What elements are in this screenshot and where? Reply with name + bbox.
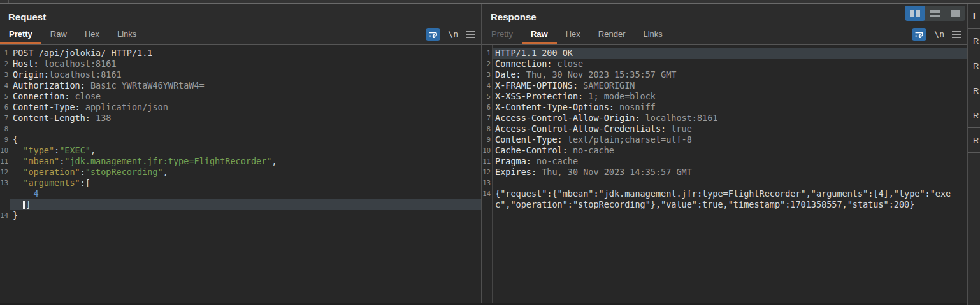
line-content: HTTP/1.1 200 OK	[492, 48, 967, 59]
tab-pretty[interactable]: Pretty	[482, 24, 522, 44]
line-number: 13	[0, 178, 8, 188]
line-content: Pragma: no-cache	[492, 156, 967, 167]
tab-render[interactable]: Render	[589, 24, 635, 44]
tab-hex[interactable]: Hex	[557, 24, 589, 44]
code-line[interactable]: 4Authorization: Basic YWRtaW46YWRtaW4=	[0, 80, 481, 91]
code-line[interactable]: 6X-Content-Type-Options: nosniff	[482, 102, 967, 113]
line-content: "arguments":[	[10, 178, 481, 188]
code-line[interactable]: 13	[482, 178, 967, 188]
tab-links[interactable]: Links	[634, 24, 671, 44]
code-line[interactable]: ]	[0, 199, 481, 210]
line-number: 4	[0, 80, 8, 91]
line-number: 3	[482, 69, 491, 80]
line-number: 6	[0, 102, 8, 113]
editor-menu-button[interactable]	[952, 31, 961, 38]
code-line[interactable]: 14}	[0, 210, 481, 221]
line-content: Content-Length: 138	[10, 113, 481, 124]
code-line[interactable]: 13 "arguments":[	[0, 178, 481, 188]
line-content: "mbean":"jdk.management.jfr:type=FlightR…	[10, 156, 481, 167]
inspector-section[interactable]: R	[968, 78, 980, 103]
code-line[interactable]: 10Cache-Control: no-cache	[482, 145, 967, 156]
word-wrap-toggle-button[interactable]	[426, 28, 440, 41]
code-line[interactable]: 2Host: localhost:8161	[0, 59, 481, 69]
line-content: X-XSS-Protection: 1; mode=block	[492, 91, 967, 102]
code-line[interactable]: 10 "type":"EXEC",	[0, 145, 481, 156]
line-number: 10	[482, 145, 491, 156]
line-content	[492, 178, 967, 188]
show-newlines-toggle[interactable]: \n	[448, 29, 458, 39]
line-content: }	[10, 210, 481, 221]
line-number: 11	[0, 156, 8, 167]
line-content: X-Content-Type-Options: nosniff	[492, 102, 967, 113]
inspector-header[interactable]: I	[968, 4, 980, 29]
code-line[interactable]: 11 "mbean":"jdk.management.jfr:type=Flig…	[0, 156, 481, 167]
line-content: {"request":{"mbean":"jdk.management.jfr:…	[492, 188, 967, 210]
code-line[interactable]: 4X-FRAME-OPTIONS: SAMEORIGIN	[482, 80, 967, 91]
inspector-section[interactable]: R	[968, 128, 980, 153]
inspector-section[interactable]: R	[968, 53, 980, 78]
tab-raw[interactable]: Raw	[41, 24, 76, 44]
line-number: 7	[0, 113, 8, 124]
code-line[interactable]: 9Content-Type: text/plain;charset=utf-8	[482, 134, 967, 145]
tab-pretty[interactable]: Pretty	[0, 24, 41, 44]
response-editor[interactable]: 1HTTP/1.1 200 OK2Connection: close3Date:…	[482, 45, 967, 305]
line-content: X-FRAME-OPTIONS: SAMEORIGIN	[492, 80, 967, 91]
editor-menu-button[interactable]	[466, 31, 475, 38]
line-content: Expires: Thu, 30 Nov 2023 14:35:57 GMT	[492, 167, 967, 178]
tab-raw[interactable]: Raw	[522, 24, 557, 44]
code-line[interactable]: 14{"request":{"mbean":"jdk.management.jf…	[482, 188, 967, 210]
code-line[interactable]: 1POST /api/jolokia/ HTTP/1.1	[0, 48, 481, 59]
gutter-separator	[492, 45, 493, 305]
code-line[interactable]: 8	[0, 124, 481, 134]
line-number: 9	[482, 134, 491, 145]
line-content: 4	[10, 188, 481, 199]
response-pane: Response PrettyRawHexRenderLinks \n 1HTT…	[482, 4, 967, 305]
word-wrap-icon	[428, 30, 438, 39]
code-line[interactable]: 3Origin:localhost:8161	[0, 69, 481, 80]
code-line[interactable]: 6Content-Type: application/json	[0, 102, 481, 113]
inspector-strip: IRRRRR	[968, 4, 980, 305]
line-number: 3	[0, 69, 8, 80]
code-line[interactable]: 7Content-Length: 138	[0, 113, 481, 124]
code-line[interactable]: 5X-XSS-Protection: 1; mode=block	[482, 91, 967, 102]
line-content: Connection: close	[10, 91, 481, 102]
line-number: 10	[0, 145, 8, 156]
line-content: ]	[10, 199, 481, 210]
code-line[interactable]: 4	[0, 188, 481, 199]
code-line[interactable]: 5Connection: close	[0, 91, 481, 102]
pane-divider[interactable]	[481, 4, 482, 305]
code-line[interactable]: 3Date: Thu, 30 Nov 2023 15:35:57 GMT	[482, 69, 967, 80]
word-wrap-toggle-button[interactable]	[912, 28, 926, 41]
line-content: Access-Control-Allow-Origin: localhost:8…	[492, 113, 967, 124]
two-columns-icon	[910, 10, 914, 17]
code-line[interactable]: 1HTTP/1.1 200 OK	[482, 48, 967, 59]
code-line[interactable]: 12 "operation":"stopRecording",	[0, 167, 481, 178]
line-content: Date: Thu, 30 Nov 2023 15:35:57 GMT	[492, 69, 967, 80]
line-content: Access-Control-Allow-Credentials: true	[492, 124, 967, 134]
request-pane-title: Request	[8, 11, 46, 22]
line-number: 8	[482, 124, 491, 134]
text-caret	[23, 201, 25, 209]
code-line[interactable]: 12Expires: Thu, 30 Nov 2023 14:35:57 GMT	[482, 167, 967, 178]
code-line[interactable]: 7Access-Control-Allow-Origin: localhost:…	[482, 113, 967, 124]
line-content: Content-Type: text/plain;charset=utf-8	[492, 134, 967, 145]
split-rows-view-button[interactable]	[925, 6, 946, 21]
line-content: "operation":"stopRecording",	[10, 167, 481, 178]
inspector-section[interactable]: R	[968, 29, 980, 53]
line-number: 9	[0, 134, 8, 145]
request-editor[interactable]: 1POST /api/jolokia/ HTTP/1.12Host: local…	[0, 45, 481, 305]
single-view-button[interactable]	[945, 6, 965, 21]
tab-links[interactable]: Links	[108, 24, 145, 44]
line-number: 13	[482, 178, 491, 188]
code-line[interactable]: 8Access-Control-Allow-Credentials: true	[482, 124, 967, 134]
code-line[interactable]: 2Connection: close	[482, 59, 967, 69]
line-content	[10, 124, 481, 134]
show-newlines-toggle[interactable]: \n	[934, 29, 944, 39]
code-line[interactable]: 11Pragma: no-cache	[482, 156, 967, 167]
line-number: 4	[482, 80, 491, 91]
inspector-section[interactable]: R	[968, 103, 980, 128]
code-line[interactable]: 9{	[0, 134, 481, 145]
tab-boundary-notch	[8, 0, 9, 3]
tab-hex[interactable]: Hex	[76, 24, 108, 44]
split-columns-view-button[interactable]	[905, 6, 925, 21]
